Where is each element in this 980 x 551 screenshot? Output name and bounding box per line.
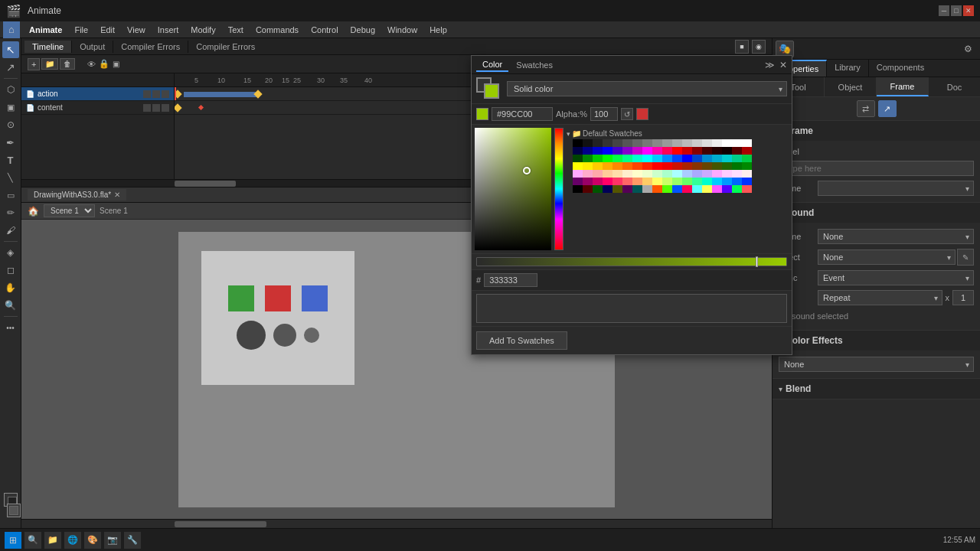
- swatch-cell[interactable]: [652, 170, 662, 178]
- swatch-cell[interactable]: [573, 170, 583, 178]
- swatch-cell[interactable]: [603, 162, 612, 170]
- rect-tool[interactable]: ▭: [2, 187, 19, 204]
- subtab-doc[interactable]: Doc: [929, 77, 980, 96]
- swatch-cell[interactable]: [682, 139, 692, 147]
- swatch-cell[interactable]: [672, 162, 682, 170]
- swatch-cell[interactable]: [632, 178, 642, 185]
- swatch-cell[interactable]: [682, 178, 692, 185]
- prop-icon-tween[interactable]: ↗: [878, 100, 897, 117]
- swatch-cell[interactable]: [612, 155, 622, 162]
- right-panel-icon-2[interactable]: ⚙: [959, 41, 977, 57]
- swatch-cell[interactable]: [672, 170, 682, 178]
- swatch-cell[interactable]: [622, 178, 632, 185]
- select-tool[interactable]: ↖: [2, 41, 19, 58]
- minimize-button[interactable]: ─: [939, 5, 949, 16]
- frame-section-header[interactable]: ▾ Frame: [773, 121, 980, 141]
- swatch-cell[interactable]: [622, 155, 632, 162]
- swatch-cell[interactable]: [672, 155, 682, 162]
- swatch-cell[interactable]: [732, 155, 742, 162]
- swatch-cell[interactable]: [603, 147, 612, 155]
- swatch-cell[interactable]: [692, 170, 702, 178]
- more-tools[interactable]: •••: [2, 319, 19, 336]
- pen-tool[interactable]: ✒: [2, 134, 19, 151]
- swatch-cell[interactable]: [652, 185, 662, 193]
- pencil-tool[interactable]: ✏: [2, 204, 19, 221]
- eye-btn[interactable]: 👁: [87, 60, 96, 69]
- swatch-cell[interactable]: [732, 162, 742, 170]
- swatch-cell[interactable]: [573, 185, 583, 193]
- swatch-cell[interactable]: [732, 185, 742, 193]
- menu-window[interactable]: Window: [381, 24, 423, 36]
- menu-insert[interactable]: Insert: [152, 24, 185, 36]
- tab-components[interactable]: Components: [869, 60, 932, 77]
- swatch-cell[interactable]: [583, 178, 593, 185]
- swatch-cell[interactable]: [682, 185, 692, 193]
- swatch-cell[interactable]: [632, 139, 642, 147]
- swatch-cell[interactable]: [692, 185, 702, 193]
- swatch-cell[interactable]: [692, 147, 702, 155]
- tab-library[interactable]: Library: [827, 60, 869, 77]
- swatch-cell[interactable]: [742, 170, 752, 178]
- name-select[interactable]: [818, 181, 974, 196]
- swatch-cell[interactable]: [593, 155, 603, 162]
- taskbar-start[interactable]: ⊞: [5, 532, 21, 549]
- swatch-cell[interactable]: [662, 139, 672, 147]
- swatch-cell[interactable]: [612, 139, 622, 147]
- swatch-cell[interactable]: [593, 178, 603, 185]
- swatch-cell[interactable]: [583, 139, 593, 147]
- swatch-cell[interactable]: [692, 162, 702, 170]
- hand-tool[interactable]: ✋: [2, 279, 19, 296]
- menu-control[interactable]: Control: [305, 24, 344, 36]
- menu-file[interactable]: File: [68, 24, 94, 36]
- swatch-cell[interactable]: [642, 139, 652, 147]
- fill-swatch-big[interactable]: [484, 83, 499, 99]
- swatch-cell[interactable]: [702, 155, 712, 162]
- swatch-cell[interactable]: [622, 185, 632, 193]
- repeat-count-input[interactable]: [952, 290, 974, 305]
- swatch-cell[interactable]: [573, 178, 583, 185]
- taskbar-app-3[interactable]: 🔧: [124, 532, 141, 549]
- swatch-cell[interactable]: [593, 147, 603, 155]
- swatch-cell[interactable]: [712, 170, 722, 178]
- swatch-cell[interactable]: [583, 185, 593, 193]
- prop-icon-transition[interactable]: ⇄: [857, 100, 875, 117]
- layer-action[interactable]: 📄 action: [21, 87, 174, 101]
- fill-color-swatch[interactable]: [7, 504, 21, 517]
- swatch-cell[interactable]: [662, 178, 672, 185]
- sound-name-select[interactable]: None: [818, 229, 974, 244]
- swatch-cell[interactable]: [742, 155, 752, 162]
- taskbar-app-1[interactable]: 🎨: [84, 532, 101, 549]
- lock-btn[interactable]: 🔒: [99, 59, 109, 69]
- color-panel-menu[interactable]: ≫: [765, 60, 775, 70]
- swatch-cell[interactable]: [682, 162, 692, 170]
- swatch-cell[interactable]: [652, 162, 662, 170]
- swatch-cell[interactable]: [702, 139, 712, 147]
- alpha-slider[interactable]: [476, 257, 787, 266]
- swatch-cell[interactable]: [662, 162, 672, 170]
- sound-sync-select[interactable]: Event: [818, 270, 974, 285]
- taskbar-explorer[interactable]: 📁: [44, 532, 61, 549]
- swatch-cell[interactable]: [682, 170, 692, 178]
- menu-help[interactable]: Help: [423, 24, 453, 36]
- sound-effect-select[interactable]: None: [818, 249, 956, 265]
- swatch-cell[interactable]: [702, 162, 712, 170]
- menu-text[interactable]: Text: [222, 24, 250, 36]
- swatch-cell[interactable]: [712, 185, 722, 193]
- taskbar-app-2[interactable]: 📷: [104, 532, 121, 549]
- menu-debug[interactable]: Debug: [345, 24, 381, 36]
- color-effects-select[interactable]: None: [779, 357, 974, 372]
- swatch-cell[interactable]: [682, 147, 692, 155]
- swatch-cell[interactable]: [652, 178, 662, 185]
- lasso-tool[interactable]: ⊙: [2, 116, 19, 133]
- swatch-cell[interactable]: [722, 155, 732, 162]
- swatch-cell[interactable]: [672, 147, 682, 155]
- layer-add-btn[interactable]: +: [28, 58, 40, 70]
- subselect-tool[interactable]: ↗: [2, 59, 19, 76]
- swatch-cell[interactable]: [662, 155, 672, 162]
- layer-content[interactable]: 📄 content: [21, 101, 174, 115]
- swatch-cell[interactable]: [622, 170, 632, 178]
- swatch-cell[interactable]: [612, 147, 622, 155]
- swatch-cell[interactable]: [612, 178, 622, 185]
- menu-animate[interactable]: Animate: [23, 24, 68, 36]
- swatch-cell[interactable]: [722, 178, 732, 185]
